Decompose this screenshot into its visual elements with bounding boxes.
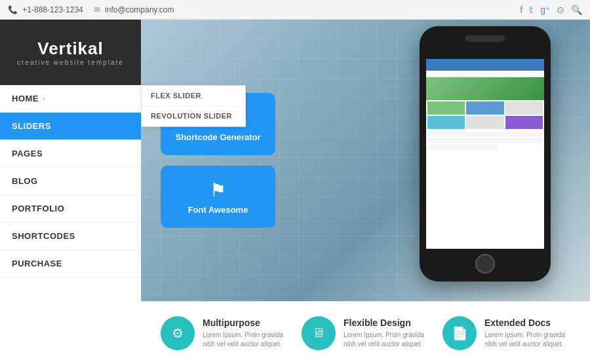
email-address: info@company.com	[105, 5, 174, 14]
docs-desc: Lorem Ipsum. Proin gravida nibh vel veli…	[484, 331, 570, 349]
feature-docs: 📄 Extended Docs Lorem Ipsum. Proin gravi…	[436, 316, 577, 350]
screen-row-2	[427, 138, 543, 143]
phone-icon: 📞	[8, 5, 18, 14]
twitter-icon[interactable]: 𝕥	[529, 5, 534, 15]
feature-multipurpose: ⚙ Multipurpose Lorem Ipsum. Proin gravid…	[154, 316, 295, 350]
sidebar-item-blog-label: BLOG	[12, 176, 38, 186]
phone-frame	[420, 26, 551, 282]
sidebar-item-home-label: HOME	[12, 94, 39, 103]
hero-section: ☰ Shortcode Generator ⚑ Font Awesome	[141, 20, 590, 301]
dropdown-item-revolution[interactable]: REVOLUTION SLIDER	[142, 106, 245, 126]
main-layout: Vertikal creative website template HOME …	[0, 20, 590, 364]
facebook-icon[interactable]: f	[520, 5, 522, 15]
search-icon[interactable]: 🔍	[571, 5, 582, 15]
logo-title: Vertikal	[37, 39, 104, 59]
docs-text: Extended Docs Lorem Ipsum. Proin gravida…	[484, 318, 570, 349]
sidebar-item-blog[interactable]: BLOG	[0, 168, 141, 195]
multipurpose-icon: ⚙	[161, 316, 195, 350]
screen-cell-3	[505, 101, 543, 115]
docs-title: Extended Docs	[484, 318, 570, 328]
sidebar-item-sliders-label: SLIDERS	[12, 121, 51, 131]
screen-row-3	[427, 145, 498, 150]
screen-hero	[426, 77, 544, 100]
sliders-dropdown: FLEX SLIDER REVOLUTION SLIDER	[141, 85, 246, 127]
screen-row-1	[427, 132, 543, 137]
phone-screen	[426, 59, 544, 249]
sidebar-item-shortcodes-label: SHORTCODES	[12, 231, 75, 241]
screen-cell-2	[466, 101, 503, 115]
top-bar-contact: 📞 +1-888-123-1234 ✉ info@company.com	[8, 5, 174, 14]
phone-number: +1-888-123-1234	[22, 5, 83, 14]
sidebar-item-purchase-label: PURCHASE	[12, 259, 62, 268]
sidebar-item-purchase[interactable]: PURCHASE	[0, 250, 141, 278]
shortcode-generator-label: Shortcode Generator	[175, 132, 260, 142]
font-awesome-label: Font Awesome	[188, 205, 248, 215]
social-links: f 𝕥 g⁺ ⊙ 🔍	[520, 5, 582, 15]
sidebar-item-sliders[interactable]: SLIDERS	[0, 113, 141, 140]
flexible-title: Flexible Design	[344, 318, 429, 328]
email-icon: ✉	[94, 5, 100, 14]
multipurpose-desc: Lorem Ipsum. Proin gravida nibh vel veli…	[203, 331, 288, 349]
screen-cell-1	[427, 101, 465, 115]
settings-icon[interactable]: ⊙	[557, 5, 564, 15]
logo-subtitle: creative website template	[17, 59, 124, 66]
screen-cell-6	[505, 116, 543, 129]
sidebar-item-shortcodes[interactable]: SHORTCODES	[0, 223, 141, 250]
screen-grid	[426, 100, 544, 130]
googleplus-icon[interactable]: g⁺	[540, 5, 550, 15]
multipurpose-text: Multipurpose Lorem Ipsum. Proin gravida …	[203, 318, 288, 349]
sidebar-nav: HOME › FLEX SLIDER REVOLUTION SLIDER SLI…	[0, 85, 141, 364]
docs-icon: 📄	[442, 316, 477, 350]
sidebar-item-pages-label: PAGES	[12, 149, 43, 158]
flexible-text: Flexible Design Lorem Ipsum. Proin gravi…	[344, 318, 429, 349]
screen-navbar	[426, 71, 544, 77]
home-arrow: ›	[43, 95, 45, 102]
feature-flexible: 🖥 Flexible Design Lorem Ipsum. Proin gra…	[295, 316, 436, 350]
multipurpose-title: Multipurpose	[203, 318, 288, 328]
phone-speaker	[465, 35, 505, 42]
flexible-icon: 🖥	[302, 316, 336, 350]
main-content: ☰ Shortcode Generator ⚑ Font Awesome	[141, 20, 590, 364]
dropdown-item-flex[interactable]: FLEX SLIDER	[142, 86, 245, 106]
phone-home-button	[475, 254, 495, 274]
screen-cell-4	[427, 116, 465, 129]
flag-icon: ⚑	[210, 179, 226, 201]
sidebar-item-portfolio[interactable]: PORTFOLIO	[0, 195, 141, 223]
sidebar: Vertikal creative website template HOME …	[0, 20, 141, 364]
screen-header	[426, 59, 544, 71]
top-bar: 📞 +1-888-123-1234 ✉ info@company.com f 𝕥…	[0, 0, 590, 20]
phone-mockup	[406, 26, 564, 301]
phone-info: 📞 +1-888-123-1234	[8, 5, 83, 14]
flexible-desc: Lorem Ipsum. Proin gravida nibh vel veli…	[344, 331, 429, 349]
features-row: ⚙ Multipurpose Lorem Ipsum. Proin gravid…	[141, 301, 590, 364]
screen-cell-5	[466, 116, 503, 129]
sidebar-logo: Vertikal creative website template	[0, 20, 141, 85]
sidebar-item-home[interactable]: HOME › FLEX SLIDER REVOLUTION SLIDER	[0, 85, 141, 113]
sidebar-item-portfolio-label: PORTFOLIO	[12, 204, 64, 213]
font-awesome-card[interactable]: ⚑ Font Awesome	[161, 166, 275, 228]
email-info: ✉ info@company.com	[94, 5, 174, 14]
sidebar-item-pages[interactable]: PAGES	[0, 140, 141, 168]
